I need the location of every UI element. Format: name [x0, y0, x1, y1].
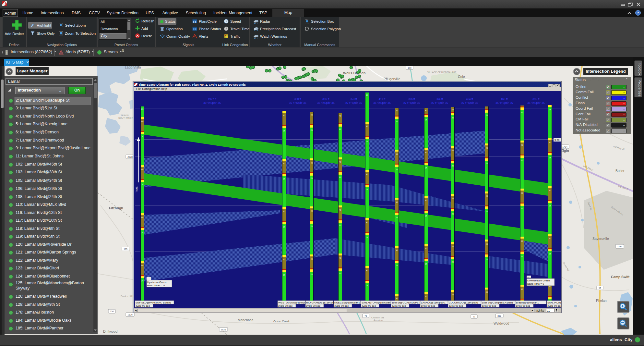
svg-text:cycle 90 sec: cycle 90 sec [449, 304, 463, 307]
svg-text:26: 26 [311, 273, 313, 275]
svg-text:411 ft: 411 ft [379, 97, 386, 101]
svg-text:40: 40 [486, 147, 488, 149]
svg-text:26: 26 [396, 120, 398, 122]
svg-text:26: 26 [141, 136, 144, 138]
svg-text:Onion Creek: Onion Creek [273, 320, 290, 323]
svg-text:40: 40 [521, 144, 523, 146]
svg-text:35 <+Spd> 35: 35 <+Spd> 35 [495, 101, 513, 105]
svg-text:40: 40 [452, 294, 454, 296]
svg-text:40: 40 [283, 115, 285, 117]
svg-text:469 ft: 469 ft [501, 97, 508, 101]
svg-text:SAN ANTONI@15th:plan1: SAN ANTONI@15th:plan1 [362, 301, 392, 304]
svg-text:71: 71 [364, 315, 367, 317]
svg-text:40: 40 [339, 209, 341, 211]
svg-text:NUECES@15th:plan1: NUECES@15th:plan1 [334, 301, 360, 304]
svg-text:40: 40 [549, 238, 551, 240]
svg-text:40: 40 [452, 198, 454, 200]
svg-text:130: 130 [408, 67, 411, 69]
svg-text:26: 26 [452, 261, 454, 263]
svg-text:40: 40 [486, 195, 488, 197]
svg-text:cycle 90 sec: cycle 90 sec [547, 304, 561, 307]
svg-text:40: 40 [366, 125, 368, 127]
svg-text:40: 40 [486, 243, 488, 245]
svg-text:26: 26 [521, 111, 523, 113]
svg-text:Wells Branch: Wells Branch [343, 71, 366, 75]
svg-text:353 ft: 353 ft [350, 97, 357, 101]
svg-text:150: 150 [110, 310, 114, 313]
svg-text:15th St@Congress A:plan1: 15th St@Congress A:plan1 [482, 301, 513, 304]
svg-text:30 <+Spd> 35: 30 <+Spd> 35 [203, 101, 221, 105]
svg-text:26: 26 [486, 162, 488, 164]
svg-text:Band Time = 0: Band Time = 0 [527, 282, 544, 285]
svg-text:40: 40 [425, 152, 427, 154]
svg-text:5:00: 5:00 [555, 139, 560, 142]
svg-text:40: 40 [311, 210, 313, 212]
svg-text:VILLAGE OF HIDDEN LAKE: VILLAGE OF HIDDEN LAKE [427, 71, 457, 73]
svg-text:40: 40 [366, 221, 368, 223]
svg-text:TRAVIS: TRAVIS [121, 114, 129, 117]
svg-text:26: 26 [366, 94, 368, 96]
svg-text:26: 26 [452, 165, 454, 167]
svg-text:←—: ←— [147, 278, 152, 280]
svg-text:Sayersville: Sayersville [592, 237, 609, 241]
svg-text:26: 26 [396, 265, 398, 266]
svg-text:35 <+Spd> 35: 35 <+Spd> 35 [431, 101, 448, 105]
svg-text:—→: —→ [527, 276, 532, 278]
svg-text:RIO GRANDE@15th:plan1: RIO GRANDE@15th:plan1 [306, 301, 338, 304]
svg-text:396 ft: 396 ft [322, 97, 329, 101]
svg-text:40: 40 [366, 173, 368, 175]
svg-text:cycle 90 sec: cycle 90 sec [136, 304, 150, 307]
svg-text:Lago Vista: Lago Vista [125, 66, 141, 69]
svg-text:40: 40 [425, 296, 427, 298]
svg-text:26: 26 [452, 213, 454, 215]
svg-text:26: 26 [366, 285, 368, 287]
svg-text:1927 ft: 1927 ft [208, 97, 217, 101]
svg-text:Cele: Cele [458, 75, 465, 79]
svg-text:cycle 90 sec: cycle 90 sec [278, 304, 292, 307]
svg-text:396 ft: 396 ft [408, 97, 415, 101]
svg-text:26: 26 [486, 258, 488, 260]
svg-text:Pflugerville: Pflugerville [384, 77, 400, 81]
svg-text:395 ft: 395 ft [532, 97, 540, 101]
svg-text:26: 26 [311, 177, 313, 179]
svg-text:40: 40 [549, 142, 551, 143]
svg-text:40: 40 [141, 216, 144, 218]
svg-text:26: 26 [521, 255, 523, 257]
svg-text:26: 26 [339, 176, 341, 178]
svg-text:26: 26 [283, 274, 285, 276]
svg-text:812: 812 [497, 315, 501, 317]
svg-text:26: 26 [521, 207, 523, 209]
svg-text:35 <+Spd> 35: 35 <+Spd> 35 [345, 101, 362, 105]
svg-text:15th St@GUADALUPE :pla: 15th St@GUADALUPE :pla [392, 301, 423, 304]
svg-text:40: 40 [549, 286, 551, 288]
svg-text:40: 40 [396, 249, 398, 251]
svg-text:26: 26 [549, 253, 551, 255]
svg-text:26: 26 [425, 263, 427, 265]
svg-text:1626: 1626 [127, 314, 133, 316]
svg-text:40: 40 [549, 190, 551, 192]
svg-text:26: 26 [339, 224, 341, 226]
svg-text:Butler: Butler [615, 169, 625, 173]
svg-text:26: 26 [366, 189, 368, 191]
svg-text:40: 40 [339, 161, 341, 163]
svg-text:Band Time = 11: Band Time = 11 [147, 284, 165, 287]
svg-text:Downstream Green: Downstream Green [527, 279, 550, 282]
svg-text:26: 26 [311, 225, 313, 227]
svg-text:35 <+Spd> 35: 35 <+Spd> 35 [461, 101, 478, 105]
svg-text:?: ? [637, 11, 639, 15]
svg-text:35 <+Spd> 35: 35 <+Spd> 35 [373, 101, 391, 105]
svg-text:464 ft: 464 ft [466, 97, 473, 101]
svg-text:26: 26 [339, 272, 341, 274]
svg-text:40: 40 [425, 109, 427, 111]
svg-text:26: 26 [452, 117, 454, 119]
svg-text:Fitzhugh: Fitzhugh [109, 206, 123, 210]
svg-text:40: 40 [452, 150, 454, 152]
svg-text:26: 26 [549, 205, 551, 207]
svg-text:26: 26 [141, 232, 144, 234]
svg-text:40: 40 [283, 163, 285, 165]
svg-text:1704: 1704 [562, 146, 567, 148]
svg-text:165: 165 [124, 248, 127, 250]
svg-text:26: 26 [283, 178, 285, 180]
svg-text:21: 21 [473, 315, 475, 318]
svg-text:40: 40 [452, 109, 454, 111]
